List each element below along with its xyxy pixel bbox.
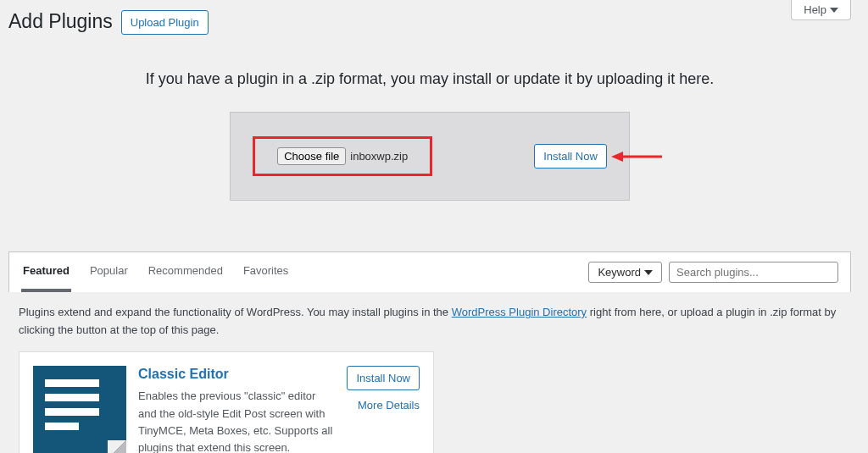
plugin-card: Classic Editor Enables the previous "cla… — [19, 351, 434, 453]
selected-filename: inboxwp.zip — [350, 150, 408, 163]
search-type-label: Keyword — [598, 266, 641, 279]
help-tab[interactable]: Help — [791, 0, 851, 20]
help-label: Help — [804, 3, 826, 16]
upload-instruction: If you have a plugin in a .zip format, y… — [25, 70, 834, 88]
page-title: Add Plugins — [8, 8, 113, 36]
tab-favorites[interactable]: Favorites — [242, 252, 290, 292]
tab-featured[interactable]: Featured — [21, 252, 71, 292]
plugin-description: Enables the previous "classic" editor an… — [138, 388, 337, 453]
upload-form: Choose file inboxwp.zip Install Now — [230, 112, 630, 201]
classic-editor-icon — [33, 366, 126, 453]
arrow-annotation — [611, 149, 662, 164]
filter-tabs: Featured Popular Recommended Favorites — [21, 252, 290, 292]
chevron-down-icon — [644, 268, 653, 277]
install-button[interactable]: Install Now — [347, 366, 420, 391]
svg-rect-5 — [45, 408, 99, 416]
more-details-link[interactable]: More Details — [358, 399, 420, 412]
install-wrap: Install Now — [534, 144, 607, 169]
svg-rect-6 — [45, 423, 79, 430]
plugin-directory-link[interactable]: WordPress Plugin Directory — [452, 306, 587, 318]
install-now-button[interactable]: Install Now — [534, 144, 607, 169]
plugin-title-link[interactable]: Classic Editor — [138, 366, 337, 384]
tab-recommended[interactable]: Recommended — [147, 252, 225, 292]
tab-popular[interactable]: Popular — [88, 252, 130, 292]
search-input[interactable] — [669, 262, 838, 283]
search-type-select[interactable]: Keyword — [588, 262, 662, 283]
plugin-grid: Classic Editor Enables the previous "cla… — [8, 351, 851, 453]
svg-marker-1 — [611, 152, 623, 162]
choose-file-button[interactable]: Choose file — [277, 147, 346, 165]
chevron-down-icon — [830, 6, 838, 14]
file-input-highlight: Choose file inboxwp.zip — [253, 136, 432, 176]
svg-rect-4 — [45, 394, 99, 401]
svg-rect-3 — [45, 379, 99, 387]
intro-prefix: Plugins extend and expand the functional… — [19, 306, 452, 318]
intro-text: Plugins extend and expand the functional… — [8, 292, 851, 351]
plugin-filter-bar: Featured Popular Recommended Favorites K… — [8, 251, 851, 292]
upload-plugin-button[interactable]: Upload Plugin — [121, 10, 209, 36]
